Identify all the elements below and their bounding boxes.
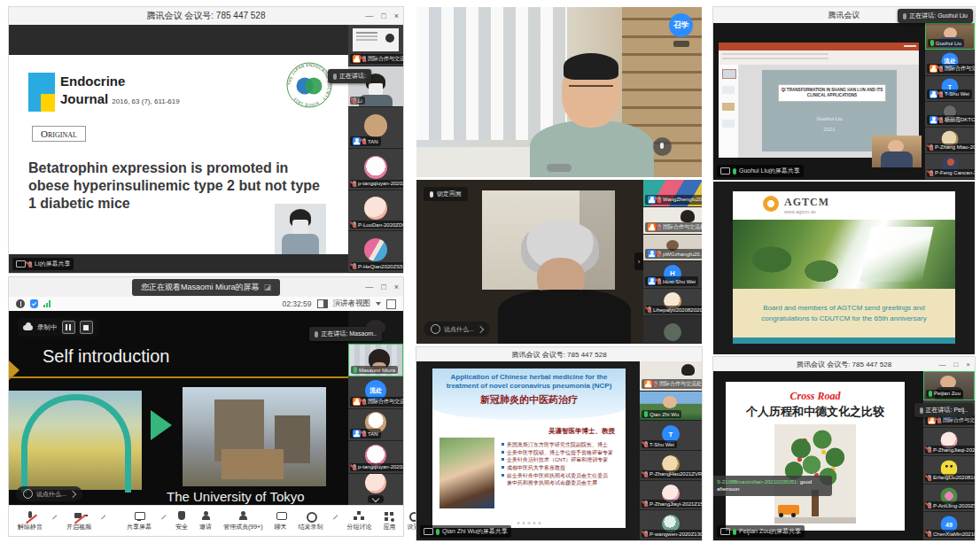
participant-tile[interactable]: 国际合作与交流处 (643, 207, 702, 235)
participant-tile[interactable]: pWGzhangfu20.. (643, 235, 702, 262)
participant-tile[interactable] (348, 474, 403, 507)
avatar (365, 474, 386, 494)
slide-thumbnails-panel[interactable] (719, 65, 739, 158)
participant-name: Qian Zhi Wu (649, 412, 679, 417)
participant-tile[interactable]: H Host-Shu Wei (643, 261, 702, 289)
powerpoint-titlebar (719, 43, 919, 50)
participant-name: Masaomi Miura (359, 368, 395, 373)
participant-name: 国际合作与交流处 (659, 380, 702, 388)
pause-recording-button[interactable] (62, 321, 75, 334)
emoji-icon[interactable] (431, 324, 440, 334)
screen-share-label: Qian Zhi Wu的屏幕共享 (420, 525, 511, 538)
controls-pill[interactable] (547, 164, 572, 172)
avatar (364, 197, 387, 220)
invite-button[interactable]: 邀请 (199, 511, 212, 531)
collapse-sidebar-button[interactable] (368, 495, 384, 503)
participant-tile[interactable]: Lihepalyu2020820200648 (643, 289, 702, 316)
sidebar-handle[interactable]: › (634, 252, 643, 270)
mic-options-chevron[interactable] (52, 516, 57, 520)
maximize-button[interactable]: □ (381, 12, 385, 20)
participant-tile[interactable]: 国际合作与交流处 (348, 25, 403, 66)
chevron-down-icon[interactable] (376, 302, 381, 306)
view-mode-selector[interactable]: 演讲者视图 (333, 299, 371, 309)
participant-tile[interactable]: T T-Shu Wei (925, 76, 975, 102)
slide-footer-strip (733, 337, 955, 344)
collapse-chevron-icon[interactable] (69, 490, 76, 497)
participant-tile[interactable]: P-Zhang Miao-2021ZG4.. (925, 128, 975, 153)
participant-tile[interactable]: TAN (348, 409, 403, 442)
minimize-button[interactable]: — (365, 12, 373, 20)
endocrine-journal-logo: Endocrine Journal 2016, 63 (7), 611-619 (28, 73, 180, 112)
mic-icon (928, 475, 931, 481)
participant-tile[interactable]: p-tangqiuyan-2020252.. (348, 149, 403, 190)
participant-tile[interactable] (643, 316, 702, 344)
close-button[interactable]: × (394, 283, 399, 291)
chat-input[interactable]: 说点什么... (424, 322, 490, 337)
school-photo (9, 391, 142, 490)
participant-tile[interactable]: p-tangqiuyan-2020252.. (348, 441, 403, 474)
fullscreen-icon[interactable] (386, 299, 396, 309)
video-options-chevron[interactable] (101, 516, 105, 520)
minimize-button[interactable]: — (365, 283, 373, 291)
titlebar: 腾讯会议 会议号: 785 447 528 — □ × (713, 357, 975, 371)
meeting-timer: 02:32:59 (282, 299, 311, 308)
emoji-icon[interactable] (23, 489, 33, 499)
participant-tile[interactable]: WangZhengfu2020.. (643, 180, 702, 207)
participant-name: TAN (368, 431, 378, 437)
mic-icon (436, 529, 439, 535)
mic-icon (928, 531, 931, 537)
participant-tile[interactable]: 流处 国际合作与交流处 (348, 376, 403, 409)
recording-options-chevron[interactable] (333, 516, 338, 520)
participant-tile[interactable]: P-AnliJing-2020Z5061 (923, 485, 975, 513)
apps-button[interactable]: 应用 (384, 511, 396, 531)
security-shield-icon[interactable] (30, 299, 38, 308)
share-screen-button[interactable]: 共享屏幕 (127, 511, 152, 531)
start-video-button[interactable]: 开启视频 (66, 511, 91, 531)
participant-tile[interactable]: 国际合作与交流处 (640, 361, 702, 392)
participant-tile[interactable]: P-Feng Cancan-2020ZS.. (925, 154, 975, 180)
participant-tile-active-speaker[interactable]: Guohui Liu (925, 23, 975, 50)
participant-tile[interactable]: 49 ChenXiaMin2021802028.. (923, 512, 975, 540)
participant-tile[interactable]: P-ZhangHao2021ZVR6 (640, 451, 702, 481)
close-button[interactable]: × (966, 361, 970, 368)
participant-tile[interactable]: P-wangwen-2020Z1308 (640, 510, 702, 540)
participant-tile[interactable]: 流处 国际合作与交流处 (925, 50, 975, 75)
manage-members-button[interactable]: 管理成员(99+) (223, 511, 263, 531)
pin-icon[interactable]: ◪ (264, 283, 272, 291)
chat-button[interactable]: 聊天 (275, 511, 287, 531)
minimize-button[interactable]: — (938, 361, 945, 368)
participant-tile[interactable]: P-ZhangJiayi-2021Z1500 (640, 481, 702, 511)
participants-sidebar: 国际合作与交流处 Qian Zhi Wu T T-Shu Wei P-Zhang… (640, 361, 702, 540)
participant-tile-active-speaker[interactable]: Masaomi Miura (348, 344, 403, 377)
screen-share-label: Guohui Liu的屏幕共享 (717, 165, 804, 177)
participant-tile-active-speaker[interactable]: Peijian Zou (923, 371, 975, 400)
breakout-rooms-button[interactable]: 分组讨论 (347, 511, 372, 531)
slide-page-dots (517, 522, 541, 524)
participant-tile[interactable]: T T-Shu Wei (640, 421, 702, 451)
participant-tile[interactable]: 杨丽霞DKTCM (925, 102, 975, 128)
chat-input[interactable]: 说点什么... (16, 486, 82, 501)
agtcm-logo-text: AGTCM (784, 196, 829, 209)
info-icon[interactable] (16, 299, 25, 308)
mic-button[interactable] (653, 137, 672, 156)
participant-name: Li (358, 98, 362, 104)
maximize-button[interactable]: □ (381, 283, 385, 291)
participant-tile-active-speaker[interactable]: Qian Zhi Wu (640, 392, 702, 422)
mic-icon (353, 263, 356, 269)
ground (774, 517, 856, 524)
maximize-button[interactable]: □ (953, 361, 958, 368)
collapse-chevron-icon[interactable] (477, 325, 484, 332)
stop-recording-button[interactable] (80, 321, 93, 334)
unmute-button[interactable]: 解除静音 (18, 511, 43, 531)
participant-name: 国际合作与交流处 (945, 65, 975, 73)
security-button[interactable]: 安全 (175, 511, 188, 531)
participant-tile[interactable]: P-LuoDan-2020ZD084 (348, 190, 403, 232)
participant-tile[interactable]: ErfangLiu2020818012A (923, 456, 975, 485)
participant-tile[interactable]: TAN (348, 107, 403, 149)
share-options-chevron[interactable] (161, 516, 166, 520)
participant-tile[interactable]: P-ZhangJiaqi-2021Z5200 (923, 428, 975, 456)
titlebar: 您正在观看Masaomi Miura的屏幕 ◪ — □ × (9, 277, 403, 297)
stop-recording-button[interactable]: 结束录制 (299, 511, 323, 531)
close-button[interactable]: × (394, 12, 399, 20)
participant-tile[interactable]: P-HeQian2020ZS534 (348, 231, 403, 273)
